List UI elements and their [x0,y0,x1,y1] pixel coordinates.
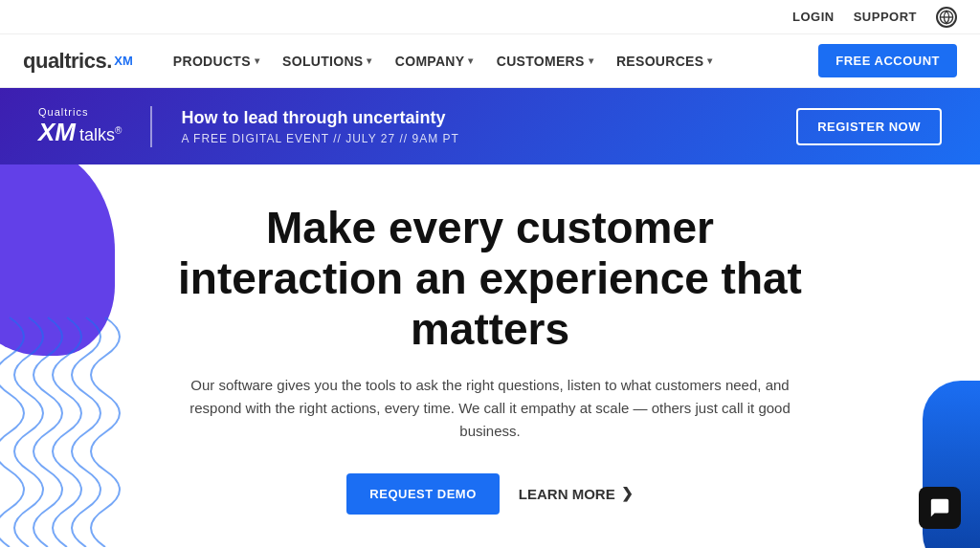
chevron-down-icon: ▾ [589,55,593,66]
chevron-down-icon: ▾ [255,55,259,66]
nav-company[interactable]: COMPANY ▾ [386,46,483,77]
hero-title: Make every customer interaction an exper… [153,203,827,355]
main-navigation: qualtrics.XM PRODUCTS ▾ SOLUTIONS ▾ COMP… [0,34,980,88]
logo[interactable]: qualtrics.XM [23,49,133,74]
hero-cta-buttons: REQUEST DEMO LEARN MORE ❯ [346,473,633,515]
banner-xm-talks: XM talks® [38,118,122,147]
chevron-down-icon: ▾ [468,55,473,66]
request-demo-button[interactable]: REQUEST DEMO [346,473,499,515]
nav-solutions[interactable]: SOLUTIONS ▾ [273,46,382,77]
banner-title: How to lead through uncertainty [181,108,796,128]
chat-icon [929,497,950,518]
login-link[interactable]: LOGIN [792,10,835,24]
logo-xm: XM [114,55,133,67]
hero-section: Make every customer interaction an exper… [0,164,980,548]
banner-subtitle: A FREE DIGITAL EVENT // JULY 27 // 9AM P… [181,132,796,145]
banner-content: How to lead through uncertainty A FREE D… [181,108,796,145]
free-account-button[interactable]: FREE ACCOUNT [818,44,957,77]
banner-xm-text: XM [38,118,76,147]
banner-talks-text: talks® [79,125,122,145]
banner-logo: Qualtrics XM talks® [38,106,152,147]
nav-resources[interactable]: RESOURCES ▾ [607,46,723,77]
promo-banner: Qualtrics XM talks® How to lead through … [0,88,980,164]
logo-dot: . [106,49,112,74]
nav-customers[interactable]: CUSTOMERS ▾ [487,46,603,77]
chevron-down-icon: ▾ [367,55,371,66]
nav-products[interactable]: PRODUCTS ▾ [164,46,269,77]
top-bar: LOGIN SUPPORT [0,0,980,34]
language-selector[interactable] [936,7,957,28]
nav-items: PRODUCTS ▾ SOLUTIONS ▾ COMPANY ▾ CUSTOME… [164,46,818,77]
decorative-wave-lines [0,308,134,547]
support-link[interactable]: SUPPORT [854,10,917,24]
chat-button[interactable] [919,487,961,529]
arrow-icon: ❯ [621,485,634,502]
register-now-button[interactable]: REGISTER NOW [796,108,942,145]
logo-text: qualtrics [23,49,106,74]
chevron-down-icon: ▾ [707,55,712,66]
hero-subtitle: Our software gives you the tools to ask … [165,374,815,443]
learn-more-link[interactable]: LEARN MORE ❯ [519,485,634,502]
banner-qualtrics-label: Qualtrics [38,106,88,118]
